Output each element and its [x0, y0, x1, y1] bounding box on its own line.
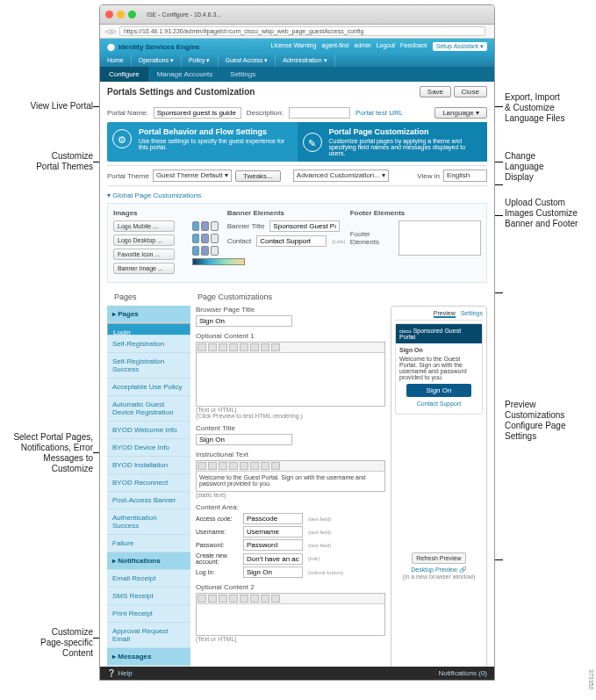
ca-hint: (text field): [308, 530, 352, 535]
language-button[interactable]: Language ▾: [434, 107, 487, 119]
footer-elements-header: Footer Elements: [350, 209, 481, 217]
sidebar-item[interactable]: Self-Registration Success: [107, 353, 190, 379]
sidebar-item[interactable]: Print Receipt: [107, 605, 190, 623]
ca-label: Log In:: [196, 569, 240, 575]
optional-content-1-editor[interactable]: [196, 342, 385, 407]
tab-configure[interactable]: Configure: [100, 67, 148, 82]
ca-input[interactable]: [243, 553, 303, 565]
flow-icon: ⚙: [112, 129, 132, 148]
callout-customize-themes: Customize Portal Themes: [0, 151, 93, 172]
sidebar-item[interactable]: ▸ Notifications: [107, 552, 190, 570]
sidebar-item[interactable]: Automatic Guest Device Registration: [107, 396, 190, 422]
page-title: Portals Settings and Customization: [107, 87, 255, 97]
settings-tab[interactable]: Settings: [461, 310, 483, 318]
ca-hint: (text field): [308, 543, 352, 548]
logo-desktop-button[interactable]: Logo Desktop ...: [113, 235, 175, 246]
description-input[interactable]: [289, 107, 350, 119]
sidebar-item[interactable]: Failure: [107, 535, 190, 552]
view-language-select[interactable]: English: [443, 170, 487, 182]
color-swatch[interactable]: [211, 234, 219, 243]
banner-title-input[interactable]: [269, 220, 340, 232]
sidebar-item[interactable]: ▸ Messages: [107, 648, 190, 666]
footer-textarea[interactable]: [399, 220, 481, 256]
notifications-link[interactable]: Notifications (0): [438, 669, 487, 677]
sidebar-item[interactable]: Email Receipt: [107, 570, 190, 588]
sidebar-item[interactable]: BYOD Device Info: [107, 439, 190, 457]
sidebar-item[interactable]: Acceptable Use Policy: [107, 379, 190, 396]
sidebar-item[interactable]: Approval Request Email: [107, 623, 190, 648]
portal-test-url-link[interactable]: Portal test URL: [355, 109, 403, 117]
portal-theme-select[interactable]: Guest Theme Default ▾: [153, 170, 232, 182]
minimize-icon[interactable]: [117, 11, 125, 18]
banner-right[interactable]: ✎ Portal Page Customization Customize po…: [298, 122, 488, 162]
portal-name-input[interactable]: [154, 107, 241, 119]
ca-input[interactable]: [243, 513, 303, 524]
banner-left[interactable]: ⚙ Portal Behavior and Flow Settings Use …: [107, 122, 298, 162]
portal-name-label: Portal Name:: [107, 109, 148, 117]
sidebar-item[interactable]: Login: [107, 323, 190, 336]
callout-page-content: Customize Page-specific Content: [0, 627, 93, 659]
tab-settings[interactable]: Settings: [221, 67, 264, 82]
portal-theme-label: Portal Theme: [107, 172, 149, 180]
app-header: ⬤Identity Services Engine License Warnin…: [100, 39, 494, 54]
sidebar-item[interactable]: BYOD Reconnect: [107, 474, 190, 492]
feedback-link[interactable]: Feedback: [400, 42, 427, 51]
nav-guest-access[interactable]: Guest Access ▾: [219, 54, 276, 67]
nav-operations[interactable]: Operations ▾: [132, 54, 182, 67]
tab-manage-accounts[interactable]: Manage Accounts: [148, 67, 222, 82]
tweaks-button[interactable]: Tweaks...: [235, 170, 281, 182]
optional-content-2-editor[interactable]: [196, 593, 385, 636]
close-button[interactable]: Close: [454, 86, 487, 97]
preview-tab[interactable]: Preview: [434, 310, 456, 318]
info-banner: ⚙ Portal Behavior and Flow Settings Use …: [107, 122, 487, 162]
ca-input[interactable]: [243, 539, 303, 551]
sidebar-item[interactable]: ▸ Pages: [107, 306, 190, 323]
browser-tab[interactable]: ISE - Configure - 10.4.6.3...: [147, 11, 221, 18]
url-input[interactable]: https://10.46.1.91:226/admin/#pageId=com…: [119, 26, 485, 36]
close-icon[interactable]: [105, 11, 113, 18]
color-swatch[interactable]: [201, 246, 209, 256]
nav-administration[interactable]: Administration ▾: [276, 54, 334, 67]
maximize-icon[interactable]: [128, 11, 136, 18]
color-swatch[interactable]: [192, 221, 200, 231]
logout-link[interactable]: Logout: [377, 42, 395, 51]
instructional-text-editor[interactable]: Welcome to the Guest Portal. Sign on wit…: [196, 460, 385, 492]
sidebar-item[interactable]: Post-Access Banner: [107, 492, 190, 509]
desktop-preview-link[interactable]: Desktop Preview 🔗: [395, 566, 483, 574]
advanced-customization-select[interactable]: Advanced Customization... ▾: [293, 170, 389, 182]
color-swatch[interactable]: [192, 246, 200, 256]
ca-label: Access code:: [196, 516, 240, 522]
contact-input[interactable]: [256, 235, 327, 247]
sidebar-item[interactable]: SMS Receipt: [107, 588, 190, 605]
browser-title-input[interactable]: [196, 315, 292, 327]
customize-icon: ✎: [303, 133, 322, 152]
favorite-icon-button[interactable]: Favorite Icon ...: [113, 249, 175, 260]
sidebar-item[interactable]: Authentication Success: [107, 509, 190, 535]
save-button[interactable]: Save: [420, 86, 451, 97]
content-title-input[interactable]: [196, 434, 292, 445]
ca-input[interactable]: [243, 566, 303, 578]
color-swatch[interactable]: [192, 234, 200, 243]
sidebar-item[interactable]: BYOD Welcome Info: [107, 422, 190, 439]
license-warning[interactable]: License Warning: [271, 42, 317, 51]
setup-assistant[interactable]: Setup Assistant ▾: [433, 42, 487, 51]
nav-policy[interactable]: Policy ▾: [182, 54, 219, 67]
color-swatch[interactable]: [201, 221, 209, 231]
logo-mobile-button[interactable]: Logo Mobile ...: [113, 220, 175, 232]
ca-input[interactable]: [243, 526, 303, 538]
color-swatch[interactable]: [201, 234, 209, 243]
nav-home[interactable]: Home: [100, 54, 132, 67]
ca-hint: (submit button): [308, 570, 352, 575]
refresh-preview-button[interactable]: Refresh Preview: [412, 552, 465, 564]
url-bar: ◁ ▷ https://10.46.1.91:226/admin/#pageId…: [100, 25, 494, 39]
color-swatch[interactable]: [211, 221, 219, 231]
page-customization-main: Browser Page Title Optional Content 1 (T…: [196, 306, 385, 681]
help-link[interactable]: ❔ Help: [107, 669, 133, 677]
callout-view-live-portal: View Live Portal: [0, 101, 93, 112]
banner-image-button[interactable]: Banner Image ...: [113, 263, 175, 274]
global-customizations-header[interactable]: ▾ Global Page Customizations: [107, 191, 487, 199]
color-swatch[interactable]: [211, 246, 219, 256]
reload-icon[interactable]: ◁ ▷: [105, 28, 116, 35]
sidebar-item[interactable]: Self-Registration: [107, 336, 190, 353]
sidebar-item[interactable]: BYOD Installation: [107, 457, 190, 474]
